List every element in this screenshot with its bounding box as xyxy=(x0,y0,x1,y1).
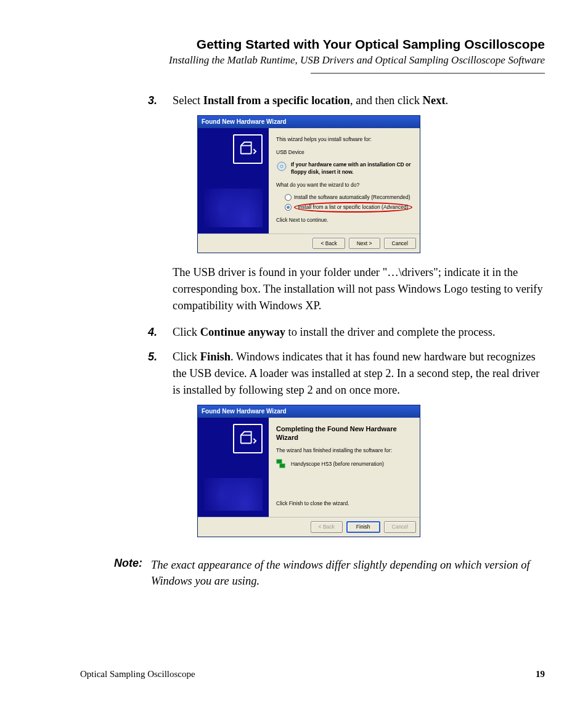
text: Click xyxy=(173,351,200,363)
radio-label: Install the software automatically (Reco… xyxy=(294,193,410,201)
dialog-titlebar: Found New Hardware Wizard xyxy=(198,116,420,129)
bold: Finish xyxy=(200,351,231,363)
svg-rect-4 xyxy=(277,460,282,463)
bold: Continue anyway xyxy=(200,326,285,338)
wizard-sidebar xyxy=(198,128,269,233)
highlight-ellipse: Install from a list or specific location… xyxy=(294,202,412,212)
wizard-continue-text: Click Next to continue. xyxy=(276,216,412,224)
step-4: 4. Click Continue anyway to install the … xyxy=(148,324,545,341)
text: . xyxy=(446,94,449,107)
page-subtitle: Installing the Matlab Runtime, USB Drive… xyxy=(80,54,545,67)
text: to install the driver and complete the p… xyxy=(285,326,496,338)
radio-option-specific[interactable]: Install from a list or specific location… xyxy=(285,202,412,212)
device-name: Handyscope HS3 (before renumeration) xyxy=(291,460,384,468)
svg-rect-5 xyxy=(280,464,285,468)
svg-rect-0 xyxy=(241,146,251,154)
page-title: Getting Started with Your Optical Sampli… xyxy=(80,37,545,52)
note-text: The exact appearance of the windows diff… xyxy=(151,557,545,590)
bold: Next xyxy=(423,94,446,107)
footer-title: Optical Sampling Oscilloscope xyxy=(80,669,195,680)
device-icon xyxy=(276,459,286,469)
cancel-button[interactable]: Cancel xyxy=(384,238,416,249)
paragraph: The USB driver is found in your folder u… xyxy=(173,264,545,314)
text: Select xyxy=(173,94,203,107)
step-number: 4. xyxy=(148,324,157,340)
wizard-sidebar xyxy=(198,418,269,517)
wizard-question: What do you want the wizard to do? xyxy=(276,181,412,189)
back-button[interactable]: < Back xyxy=(312,238,345,249)
radio-label: Install from a list or specific location… xyxy=(298,204,409,210)
note-block: Note: The exact appearance of the window… xyxy=(114,557,545,590)
hardware-wizard-dialog-1: Found New Hardware Wizard xyxy=(197,115,420,253)
svg-rect-3 xyxy=(241,436,251,444)
text: Click xyxy=(173,326,200,338)
cd-instruction: If your hardware came with an installati… xyxy=(291,161,411,175)
step-3: 3. Select Install from a specific locati… xyxy=(148,92,545,314)
cd-icon xyxy=(276,161,287,172)
dialog-titlebar: Found New Hardware Wizard xyxy=(198,405,420,418)
step-5: 5. Click Finish. Windows indicates that … xyxy=(148,349,545,537)
device-name: USB Device xyxy=(276,148,412,156)
next-button[interactable]: Next > xyxy=(349,238,380,249)
header-rule xyxy=(311,73,545,74)
note-label: Note: xyxy=(114,557,142,590)
install-icon xyxy=(233,134,263,164)
bold: Install from a specific location xyxy=(203,94,350,107)
step-number: 3. xyxy=(148,92,157,108)
install-icon xyxy=(233,424,263,453)
wizard-text: The wizard has finished installing the s… xyxy=(276,447,412,454)
wizard-complete-title: Completing the Found New Hardware Wizard xyxy=(276,425,412,441)
wizard-text: This wizard helps you install software f… xyxy=(276,136,412,143)
radio-option-auto[interactable]: Install the software automatically (Reco… xyxy=(285,193,412,201)
back-button: < Back xyxy=(311,521,343,532)
text: , and then click xyxy=(350,94,423,107)
page-number: 19 xyxy=(536,669,545,680)
svg-point-2 xyxy=(280,165,283,168)
finish-button[interactable]: Finish xyxy=(346,521,380,532)
hardware-wizard-dialog-2: Found New Hardware Wizard xyxy=(197,405,420,537)
wizard-close-text: Click Finish to close the wizard. xyxy=(276,500,412,507)
cancel-button: Cancel xyxy=(384,521,416,532)
step-number: 5. xyxy=(148,349,157,365)
